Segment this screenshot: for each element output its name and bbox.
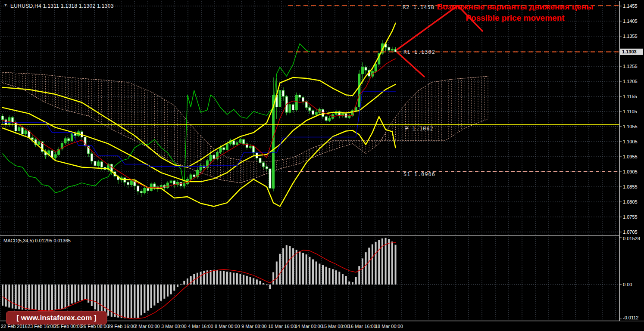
svg-text:4 Mar 16:00: 4 Mar 16:00 [188,324,213,329]
svg-text:1.1205: 1.1205 [623,79,638,84]
svg-text:14 Mar 00:00: 14 Mar 00:00 [295,324,323,329]
annotation-english: Possible price movement [431,13,599,23]
pivot-p-label: P 1.1062 [405,126,434,132]
current-price-tag: 1.1303 [622,49,637,54]
svg-text:0.01528: 0.01528 [623,236,640,241]
macd-indicator-label: MACD(5,34,5) 0.01295 0.01365 [3,238,71,243]
svg-text:3 Mar 08:00: 3 Mar 08:00 [161,324,187,329]
svg-text:8 Mar 00:00: 8 Mar 00:00 [215,324,240,329]
svg-text:-0.0112: -0.0112 [623,315,639,320]
svg-text:1.1055: 1.1055 [623,124,638,129]
svg-text:15 Mar 08:00: 15 Mar 08:00 [322,324,350,329]
pivot-s1-label: S1 1.0906 [403,171,435,177]
annotation-russian: Возможные варианты движения цены [431,2,599,12]
svg-text:1.0755: 1.0755 [623,214,638,220]
chevron-down-icon[interactable]: ▼ [3,3,8,7]
svg-text:10 Mar 16:00: 10 Mar 16:00 [268,324,296,329]
svg-text:1.1005: 1.1005 [623,139,638,144]
svg-text:16 Mar 16:00: 16 Mar 16:00 [348,324,376,329]
svg-text:1.1355: 1.1355 [623,34,638,39]
svg-text:1.0705: 1.0705 [623,229,638,235]
pivot-r1-label: R1 1.1302 [403,49,435,55]
svg-text:1.1455: 1.1455 [623,3,638,9]
svg-text:1.1405: 1.1405 [623,19,638,24]
price-chart-canvas[interactable]: 1.14551.14051.13551.12551.12051.11551.11… [0,0,644,331]
svg-text:1.1155: 1.1155 [623,94,637,99]
svg-text:18 Mar 00:00: 18 Mar 00:00 [375,324,403,329]
svg-text:9 Mar 08:00: 9 Mar 08:00 [241,324,267,329]
svg-text:1.0955: 1.0955 [623,154,638,159]
svg-text:0.00: 0.00 [623,282,632,287]
svg-text:2 Mar 00:00: 2 Mar 00:00 [134,324,160,329]
svg-text:1.1255: 1.1255 [623,64,638,69]
svg-text:29 Feb 16:00: 29 Feb 16:00 [108,324,136,329]
svg-text:1.0855: 1.0855 [623,184,638,189]
svg-text:1.0905: 1.0905 [623,169,638,174]
svg-text:1.1105: 1.1105 [623,109,637,114]
symbol-title: EURUSD,H4 1.1311 1.1318 1.1302 1.1303 [10,3,114,9]
mt4-chart-window: 1.14551.14051.13551.12551.12051.11551.11… [0,0,644,331]
instaforex-watermark: [ www.instaforex.com ] [6,311,107,325]
svg-text:1.0805: 1.0805 [623,199,638,204]
pivot-r2-label: R2 1.1458 [403,4,435,10]
